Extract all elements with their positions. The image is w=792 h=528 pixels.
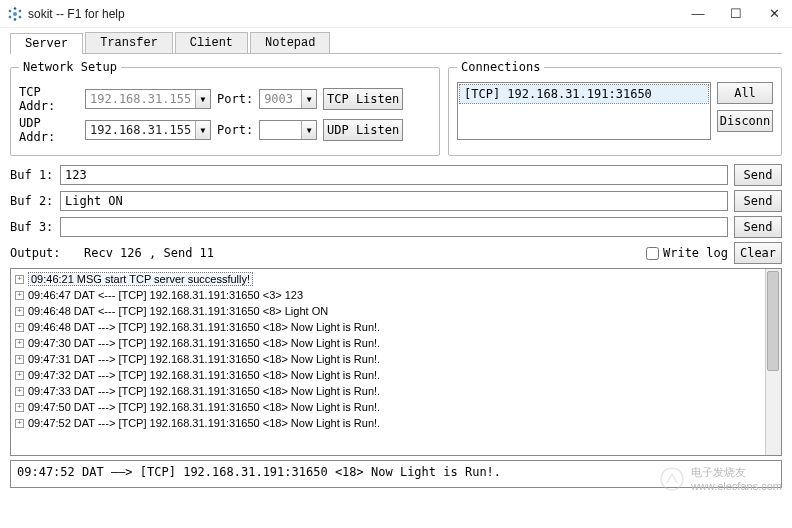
log-line[interactable]: +09:47:30 DAT ---> [TCP] 192.168.31.191:…	[15, 335, 777, 351]
connections-legend: Connections	[457, 60, 544, 74]
log-line[interactable]: +09:46:21 MSG start TCP server successfu…	[15, 271, 777, 287]
status-bar: 09:47:52 DAT ——> [TCP] 192.168.31.191:31…	[10, 460, 782, 488]
clear-button[interactable]: Clear	[734, 242, 782, 264]
udp-port-label: Port:	[217, 123, 253, 137]
log-text: 09:46:21 MSG start TCP server successful…	[28, 272, 253, 286]
udp-port-combo[interactable]: ▼	[259, 120, 317, 140]
log-text: 09:47:31 DAT ---> [TCP] 192.168.31.191:3…	[28, 353, 380, 365]
minimize-button[interactable]: —	[688, 4, 708, 24]
tab-transfer[interactable]: Transfer	[85, 32, 173, 53]
output-header: Output: Recv 126 , Send 11 Write log Cle…	[10, 242, 782, 264]
buffers-section: Buf 1: Send Buf 2: Send Buf 3: Send	[10, 164, 782, 238]
maximize-button[interactable]: ☐	[726, 4, 746, 24]
expand-icon[interactable]: +	[15, 323, 24, 332]
buf3-input[interactable]	[60, 217, 728, 237]
close-button[interactable]: ✕	[764, 4, 784, 24]
udp-addr-combo[interactable]: 192.168.31.155 ▼	[85, 120, 211, 140]
tab-content: Network Setup TCP Addr: 192.168.31.155 ▼…	[10, 53, 782, 494]
svg-point-2	[19, 10, 21, 12]
window-title: sokit -- F1 for help	[28, 7, 688, 21]
svg-point-1	[9, 10, 11, 12]
expand-icon[interactable]: +	[15, 371, 24, 380]
buf2-input[interactable]	[60, 191, 728, 211]
tab-notepad[interactable]: Notepad	[250, 32, 330, 53]
log-text: 09:46:47 DAT <--- [TCP] 192.168.31.191:3…	[28, 289, 303, 301]
tcp-addr-label: TCP Addr:	[19, 85, 79, 113]
log-line[interactable]: +09:47:31 DAT ---> [TCP] 192.168.31.191:…	[15, 351, 777, 367]
connections-list[interactable]: [TCP] 192.168.31.191:31650	[457, 82, 711, 140]
svg-point-5	[14, 7, 16, 9]
connection-item[interactable]: [TCP] 192.168.31.191:31650	[459, 84, 709, 104]
write-log-input[interactable]	[646, 247, 659, 260]
connections-group: Connections [TCP] 192.168.31.191:31650 A…	[448, 60, 782, 156]
buf1-input[interactable]	[60, 165, 728, 185]
expand-icon[interactable]: +	[15, 403, 24, 412]
titlebar: sokit -- F1 for help — ☐ ✕	[0, 0, 792, 28]
expand-icon[interactable]: +	[15, 275, 24, 284]
log-line[interactable]: +09:47:32 DAT ---> [TCP] 192.168.31.191:…	[15, 367, 777, 383]
expand-icon[interactable]: +	[15, 355, 24, 364]
buf3-label: Buf 3:	[10, 220, 54, 234]
network-setup-group: Network Setup TCP Addr: 192.168.31.155 ▼…	[10, 60, 440, 156]
udp-listen-button[interactable]: UDP Listen	[323, 119, 403, 141]
log-line[interactable]: +09:46:47 DAT <--- [TCP] 192.168.31.191:…	[15, 287, 777, 303]
expand-icon[interactable]: +	[15, 339, 24, 348]
svg-point-3	[9, 16, 11, 18]
buf1-label: Buf 1:	[10, 168, 54, 182]
scrollbar-vertical[interactable]	[765, 269, 781, 455]
log-text: 09:47:50 DAT ---> [TCP] 192.168.31.191:3…	[28, 401, 380, 413]
log-line[interactable]: +09:46:48 DAT <--- [TCP] 192.168.31.191:…	[15, 303, 777, 319]
window-controls: — ☐ ✕	[688, 4, 784, 24]
udp-addr-label: UDP Addr:	[19, 116, 79, 144]
send-button-3[interactable]: Send	[734, 216, 782, 238]
log-text: 09:46:48 DAT ---> [TCP] 192.168.31.191:3…	[28, 321, 380, 333]
send-button-1[interactable]: Send	[734, 164, 782, 186]
chevron-down-icon[interactable]: ▼	[301, 121, 316, 139]
chevron-down-icon[interactable]: ▼	[195, 90, 210, 108]
log-panel[interactable]: +09:46:21 MSG start TCP server successfu…	[10, 268, 782, 456]
log-text: 09:47:32 DAT ---> [TCP] 192.168.31.191:3…	[28, 369, 380, 381]
tcp-port-label: Port:	[217, 92, 253, 106]
log-line[interactable]: +09:47:33 DAT ---> [TCP] 192.168.31.191:…	[15, 383, 777, 399]
tcp-port-combo[interactable]: 9003 ▼	[259, 89, 317, 109]
tcp-listen-button[interactable]: TCP Listen	[323, 88, 403, 110]
tab-strip: Server Transfer Client Notepad	[0, 28, 792, 53]
disconn-button[interactable]: Disconn	[717, 110, 773, 132]
output-label: Output:	[10, 246, 64, 260]
chevron-down-icon[interactable]: ▼	[195, 121, 210, 139]
expand-icon[interactable]: +	[15, 387, 24, 396]
log-line[interactable]: +09:47:50 DAT ---> [TCP] 192.168.31.191:…	[15, 399, 777, 415]
svg-point-6	[14, 18, 16, 20]
log-line[interactable]: +09:46:48 DAT ---> [TCP] 192.168.31.191:…	[15, 319, 777, 335]
app-icon	[8, 7, 22, 21]
log-text: 09:47:33 DAT ---> [TCP] 192.168.31.191:3…	[28, 385, 380, 397]
expand-icon[interactable]: +	[15, 291, 24, 300]
all-button[interactable]: All	[717, 82, 773, 104]
log-text: 09:47:52 DAT ---> [TCP] 192.168.31.191:3…	[28, 417, 380, 429]
log-text: 09:47:30 DAT ---> [TCP] 192.168.31.191:3…	[28, 337, 380, 349]
scrollbar-thumb[interactable]	[767, 271, 779, 371]
svg-point-0	[13, 12, 17, 16]
tcp-addr-combo[interactable]: 192.168.31.155 ▼	[85, 89, 211, 109]
output-stats: Recv 126 , Send 11	[70, 246, 640, 260]
chevron-down-icon[interactable]: ▼	[301, 90, 316, 108]
expand-icon[interactable]: +	[15, 419, 24, 428]
write-log-checkbox[interactable]: Write log	[646, 246, 728, 260]
expand-icon[interactable]: +	[15, 307, 24, 316]
log-text: 09:46:48 DAT <--- [TCP] 192.168.31.191:3…	[28, 305, 328, 317]
tab-client[interactable]: Client	[175, 32, 248, 53]
network-setup-legend: Network Setup	[19, 60, 121, 74]
svg-point-4	[19, 16, 21, 18]
log-line[interactable]: +09:47:52 DAT ---> [TCP] 192.168.31.191:…	[15, 415, 777, 431]
buf2-label: Buf 2:	[10, 194, 54, 208]
send-button-2[interactable]: Send	[734, 190, 782, 212]
tab-server[interactable]: Server	[10, 33, 83, 54]
